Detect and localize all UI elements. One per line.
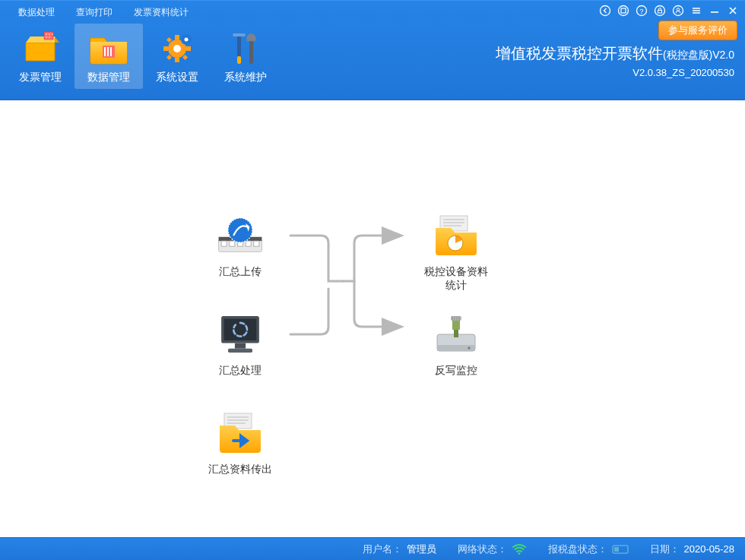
toolbar-data-mgmt[interactable]: 数据管理 [74,24,143,89]
svg-rect-48 [235,343,246,349]
status-disk-label: 报税盘状态： [548,543,607,556]
svg-rect-49 [228,349,252,353]
svg-point-44 [228,218,252,242]
svg-rect-24 [175,35,179,40]
status-date-value: 2020-05-28 [684,543,735,555]
monitor-loading-icon [216,313,265,356]
wifi-icon [512,543,527,555]
svg-rect-36 [249,41,253,64]
svg-rect-40 [230,241,235,246]
svg-point-14 [49,33,50,35]
svg-rect-63 [452,319,460,330]
svg-rect-25 [175,58,179,62]
back-icon[interactable] [598,3,613,18]
svg-rect-39 [221,241,227,246]
status-network: 网络状态： [458,543,527,556]
toolbar-system-maint[interactable]: 系统维护 [211,24,280,89]
app-version: V2.0.38_ZS_20200530 [496,67,734,78]
menu-query-print[interactable]: 查询打印 [65,6,123,19]
user-icon[interactable] [670,3,686,18]
svg-rect-43 [254,241,259,246]
svg-rect-12 [44,32,53,40]
toolbar-label: 系统设置 [156,71,198,84]
folder-chart-icon [432,214,480,257]
status-network-label: 网络状态： [458,543,507,556]
svg-point-33 [185,38,189,42]
svg-point-71 [518,552,520,555]
svg-point-16 [46,36,47,38]
settings-icon[interactable] [616,3,631,18]
status-user: 用户名： 管理员 [363,543,436,556]
status-user-value: 管理员 [407,543,436,556]
lock-icon[interactable] [652,3,667,18]
svg-rect-42 [246,241,251,246]
flow-label: 汇总处理 [219,363,262,377]
svg-rect-30 [166,37,172,43]
svg-point-15 [52,33,53,35]
help-icon[interactable]: ? [634,3,649,18]
folder-data-icon [87,28,130,68]
svg-point-1 [619,6,629,16]
svg-rect-26 [163,46,168,51]
flow-write-monitor[interactable]: 反写监控 [411,313,502,377]
flow-device-stats[interactable]: 税控设备资料 统计 [411,214,502,292]
svg-rect-20 [107,47,109,56]
close-icon[interactable] [725,3,740,18]
drive-brush-icon [432,313,480,356]
film-globe-icon [216,214,265,257]
svg-point-13 [46,33,47,35]
svg-rect-29 [166,55,172,60]
app-title-suffix: (税控盘版)V2.0 [663,49,734,61]
toolbar-label: 数据管理 [87,71,130,84]
status-user-label: 用户名： [363,543,402,556]
app-header: 数据处理 查询打印 发票资料统计 ? 参与服务评价 增值税 [0,0,745,100]
svg-rect-19 [104,47,106,56]
svg-rect-27 [186,46,191,51]
svg-rect-69 [454,330,458,337]
svg-rect-35 [237,56,241,64]
flow-summary-process[interactable]: 汇总处理 [195,313,286,377]
folder-export-icon [216,412,265,454]
svg-rect-73 [614,547,619,552]
flow-label: 反写监控 [435,363,477,377]
flow-summary-upload[interactable]: 汇总上传 [195,214,286,278]
window-controls: ? [598,3,740,18]
svg-point-8 [677,8,680,11]
toolbar-system-settings[interactable]: 系统设置 [143,24,211,89]
svg-point-23 [173,45,181,52]
flow-label: 税控设备资料 统计 [424,264,488,292]
svg-rect-9 [26,43,55,61]
rating-button[interactable]: 参与服务评价 [658,21,737,40]
svg-text:?: ? [639,8,643,15]
disk-icon [612,543,629,555]
status-date: 日期： 2020-05-28 [650,543,735,556]
app-title-main: 增值税发票税控开票软件 [496,45,663,62]
status-bar: 用户名： 管理员 网络状态： 报税盘状态： 日期： 2020-05-28 [0,537,745,560]
menu-invoice-stats[interactable]: 发票资料统计 [123,6,199,19]
main-content: 汇总上传 汇总处理 [0,100,745,537]
tools-icon [230,28,262,68]
menu-data-process[interactable]: 数据处理 [8,6,65,19]
toolbar-invoice-mgmt[interactable]: 发票管理 [6,24,74,89]
svg-rect-21 [110,47,112,56]
menu-icon[interactable] [689,3,704,18]
svg-rect-6 [658,11,662,14]
svg-rect-31 [182,55,188,60]
title-block: 增值税发票税控开票软件(税控盘版)V2.0 V2.0.38_ZS_2020053… [496,43,734,78]
svg-point-0 [601,6,610,16]
minimize-icon[interactable] [707,3,722,18]
flow-label: 汇总资料传出 [208,462,272,476]
svg-rect-2 [621,8,626,13]
box-icon [21,28,59,68]
svg-rect-34 [237,33,241,56]
flow-arrows [0,100,745,537]
svg-point-62 [468,347,471,350]
svg-point-17 [49,36,50,38]
flow-label: 汇总上传 [219,264,262,278]
status-date-label: 日期： [650,543,680,556]
svg-marker-11 [55,36,59,43]
gear-icon [159,28,195,68]
toolbar-label: 系统维护 [224,71,267,84]
toolbar-label: 发票管理 [19,71,62,84]
flow-summary-export[interactable]: 汇总资料传出 [195,412,286,476]
